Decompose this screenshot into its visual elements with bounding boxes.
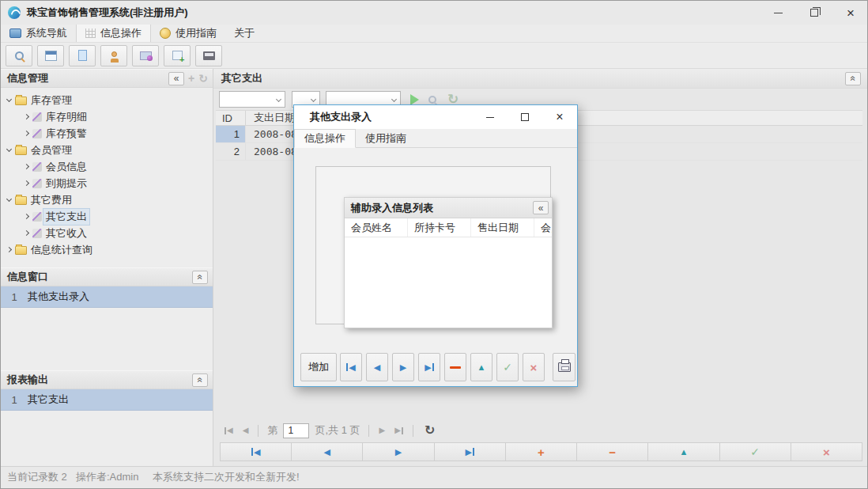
member-tool-button[interactable] [100, 45, 127, 66]
search-tool-button[interactable] [6, 45, 32, 66]
search-disabled-icon [428, 96, 436, 104]
helper-col-member-name[interactable]: 会员姓名 [345, 218, 408, 237]
dbnav-edit-button[interactable]: ▲ [648, 442, 719, 461]
chevron-down-icon [276, 97, 281, 102]
page-prev-button[interactable]: ◀ [243, 426, 249, 434]
collapse-panel-button[interactable]: « [168, 72, 184, 85]
row-id-cell[interactable]: 1 [216, 126, 246, 142]
tree-node-other-income[interactable]: 其它收入 [1, 225, 213, 241]
row-id-cell[interactable]: 2 [216, 143, 246, 160]
monitor-tool-button[interactable] [132, 45, 159, 66]
chevron-down-icon[interactable] [6, 146, 12, 151]
page-number-input[interactable] [283, 423, 309, 438]
tree-node-expiry-reminder[interactable]: 到期提示 [1, 175, 213, 191]
tree-label: 库存明细 [46, 110, 87, 124]
tree-node-member-mgmt[interactable]: 会员管理 [1, 142, 213, 158]
tree-node-other-expense[interactable]: 其它支出 [1, 208, 213, 225]
chevron-right-icon[interactable] [24, 230, 29, 236]
dialog-close-button[interactable]: × [542, 105, 577, 129]
page-first-button[interactable]: ◀ [225, 426, 233, 434]
dbnav-delete-button[interactable]: − [577, 442, 648, 461]
dialog-delete-button[interactable] [444, 353, 466, 381]
dialog-next-button[interactable]: ▶ [392, 353, 414, 381]
dialog-print-button[interactable] [553, 353, 576, 381]
document-tool-button[interactable] [69, 45, 96, 66]
menu-info-operate[interactable]: 信息操作 [76, 25, 151, 42]
chevron-right-icon[interactable] [24, 214, 29, 219]
refresh-icon: ↻ [198, 73, 208, 84]
tab-label: 信息操作 [304, 131, 345, 146]
insert-icon: + [538, 446, 545, 458]
menu-about[interactable]: 关于 [225, 25, 263, 42]
dialog-edit-button[interactable]: ▲ [470, 353, 492, 381]
dbnav-last-button[interactable]: ▶ [435, 442, 506, 461]
tree-node-other-expense-group[interactable]: 其它费用 [1, 191, 213, 208]
list-item-other-expense-report[interactable]: 1 其它支出 [1, 389, 213, 411]
chevron-down-icon[interactable] [6, 195, 12, 201]
tree-node-stats-query[interactable]: 信息统计查询 [1, 241, 213, 258]
chevron-right-icon[interactable] [6, 247, 12, 252]
close-button[interactable]: × [832, 1, 868, 25]
table-tool-button[interactable] [37, 45, 64, 66]
dbnav-insert-button[interactable]: + [506, 442, 577, 461]
restore-button[interactable] [796, 1, 832, 25]
folder-icon [15, 146, 27, 155]
chevron-right-icon[interactable] [24, 114, 29, 119]
dialog-cancel-button[interactable]: × [523, 353, 545, 381]
chevron-right-icon[interactable] [24, 180, 29, 186]
dialog-post-button[interactable]: ✓ [496, 353, 519, 381]
export-tool-button[interactable] [195, 45, 222, 66]
dialog-prior-button[interactable]: ◀ [366, 353, 388, 381]
app-titlebar: 珠宝首饰销售管理系统(非注册用户) × [1, 1, 868, 25]
tree-label: 其它费用 [31, 193, 72, 207]
prev-page-icon: ◀ [243, 426, 249, 434]
document-icon [78, 50, 87, 61]
helper-col-card-number[interactable]: 所持卡号 [408, 218, 471, 237]
page-next-button[interactable]: ▶ [379, 426, 385, 434]
minimize-button[interactable] [760, 1, 796, 25]
dialog-minimize-button[interactable] [473, 105, 508, 129]
column-header-date[interactable]: 支出日期 [246, 111, 295, 125]
column-header-id[interactable]: ID [216, 111, 246, 125]
helper-col-sale-date[interactable]: 售出日期 [471, 218, 534, 237]
dialog-tab-info-operate[interactable]: 信息操作 [294, 129, 356, 148]
tree-node-inventory-warning[interactable]: 库存预警 [1, 125, 213, 142]
prior-icon: ◀ [374, 363, 380, 372]
run-filter-icon[interactable] [410, 94, 419, 105]
dialog-tab-user-guide[interactable]: 使用指南 [356, 129, 416, 147]
tree-label: 到期提示 [46, 176, 87, 191]
menu-user-guide[interactable]: 使用指南 [151, 25, 225, 42]
add-window-tool-button[interactable] [164, 45, 191, 66]
page-refresh-button[interactable]: ↻ [425, 424, 435, 437]
collapse-up-button[interactable]: « [192, 373, 208, 387]
tree-node-member-info[interactable]: 会员信息 [1, 158, 213, 175]
collapse-main-button[interactable]: « [845, 72, 861, 85]
tree-node-inventory-detail[interactable]: 库存明细 [1, 108, 213, 125]
helper-collapse-button[interactable]: « [533, 201, 549, 214]
list-item-index: 1 [1, 291, 28, 303]
wand-icon [32, 162, 42, 172]
status-bar: 当前记录数 2 操作者:Admin 本系统支持二次开发和全新开发! [1, 466, 868, 489]
chevron-right-icon[interactable] [24, 164, 29, 169]
helper-panel-title: 辅助录入信息列表 [351, 201, 433, 215]
dbnav-next-button[interactable]: ▶ [363, 442, 434, 461]
dbnav-post-button[interactable]: ✓ [720, 442, 791, 461]
add-button[interactable]: 增加 [300, 353, 337, 381]
tree-node-inventory[interactable]: 库存管理 [1, 92, 213, 108]
dbnav-prior-button[interactable]: ◀ [292, 442, 363, 461]
collapse-up-button[interactable]: « [192, 271, 208, 284]
dbnav-first-button[interactable]: ◀ [220, 442, 292, 461]
list-item-other-expense-entry[interactable]: 1 其他支出录入 [1, 286, 213, 308]
page-last-button[interactable]: ▶ [394, 426, 403, 434]
filter-field-select[interactable] [219, 91, 285, 108]
menu-system-nav[interactable]: 系统导航 [1, 25, 76, 42]
dbnav-cancel-button[interactable]: × [791, 442, 862, 461]
chevron-up-icon: « [847, 76, 859, 82]
dialog-first-button[interactable]: ◀ [340, 353, 362, 381]
dialog-last-button[interactable]: ▶ [418, 353, 440, 381]
chevron-down-icon[interactable] [6, 96, 12, 101]
chevron-right-icon[interactable] [24, 131, 29, 136]
dialog-maximize-button[interactable] [508, 105, 542, 129]
helper-col-member[interactable]: 会员 [534, 218, 552, 237]
delete-icon: − [609, 446, 616, 458]
